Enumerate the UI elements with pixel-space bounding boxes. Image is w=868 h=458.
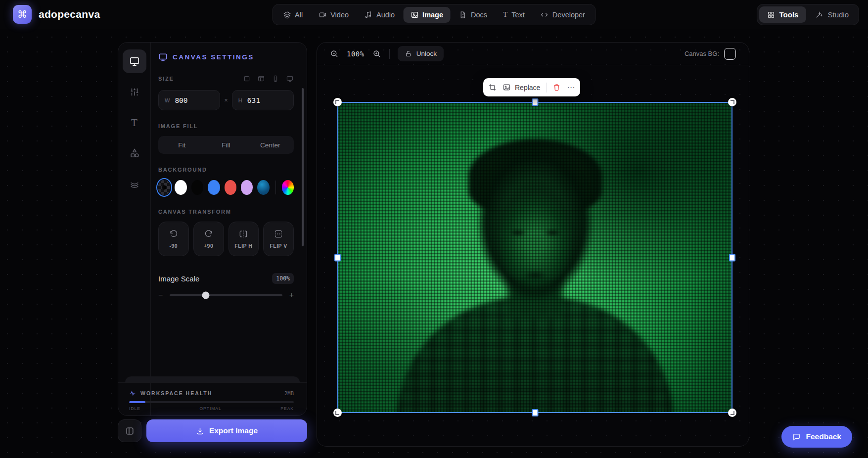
collapsed-section-edge <box>125 376 300 382</box>
swatch-transparent[interactable] <box>158 180 170 195</box>
code-icon <box>541 11 548 19</box>
zoom-in-button[interactable] <box>372 49 381 58</box>
image-fill-segment: Fit Fill Center <box>158 136 294 154</box>
zoom-in-icon <box>372 49 381 58</box>
activity-pulse-icon <box>129 390 136 397</box>
more-options-button[interactable]: ⋯ <box>567 83 575 92</box>
rail-canvas-tab[interactable] <box>123 49 146 73</box>
resize-handle-left[interactable] <box>334 254 341 261</box>
color-picker-swatch[interactable] <box>282 180 294 195</box>
nav-item-all[interactable]: All <box>275 7 310 23</box>
fill-option-center[interactable]: Center <box>248 138 292 152</box>
video-icon <box>319 11 326 19</box>
resize-handle-top-left[interactable] <box>333 98 342 106</box>
scale-plus-button[interactable]: + <box>289 291 294 300</box>
collapse-panel-button[interactable] <box>118 419 141 442</box>
text-tool-icon: T <box>131 117 137 129</box>
tools-toggle[interactable]: Tools <box>759 6 807 23</box>
rotate-cw-icon <box>204 229 214 239</box>
monitor-icon <box>158 52 168 62</box>
width-field[interactable]: W <box>158 90 220 110</box>
main-nav: All Video Audio Image Docs T Text Develo… <box>272 4 596 25</box>
zoom-out-button[interactable] <box>330 49 339 58</box>
image-fill-label: IMAGE FILL <box>158 123 294 129</box>
background-label: BACKGROUND <box>158 167 294 173</box>
canvas-bg-swatch[interactable] <box>724 48 736 60</box>
rail-adjustments-tab[interactable] <box>123 80 146 104</box>
brand[interactable]: ⌘ adopecanva <box>13 5 100 24</box>
resize-handle-top-right[interactable] <box>728 98 736 106</box>
preset-browser-icon[interactable] <box>257 75 265 83</box>
canvas-bg-label: Canvas BG: <box>685 50 719 57</box>
resize-handle-top[interactable] <box>532 98 538 106</box>
portrait-image <box>338 102 732 412</box>
preset-square-icon[interactable] <box>243 75 251 83</box>
wand-icon <box>815 11 823 19</box>
fill-option-fit[interactable]: Fit <box>160 138 204 152</box>
download-icon <box>196 427 204 435</box>
selected-image[interactable] <box>338 102 732 412</box>
flip-horizontal-button[interactable]: FLIP H <box>228 222 259 256</box>
replace-button[interactable]: Replace <box>503 83 540 92</box>
resize-handle-bottom-right[interactable] <box>728 409 736 417</box>
nav-item-developer[interactable]: Developer <box>533 7 593 23</box>
nav-item-image[interactable]: Image <box>403 7 451 23</box>
brand-name: adopecanva <box>39 8 100 20</box>
mode-switch: Tools Studio <box>757 4 859 25</box>
size-label: SIZE <box>158 76 174 82</box>
swatch-black[interactable] <box>191 180 203 195</box>
height-input[interactable] <box>247 96 282 104</box>
nav-item-docs[interactable]: Docs <box>452 7 495 23</box>
health-bar <box>129 401 294 403</box>
slider-thumb[interactable] <box>202 292 210 299</box>
nav-item-audio[interactable]: Audio <box>357 7 402 23</box>
trash-icon <box>552 83 561 92</box>
rail-text-tab[interactable]: T <box>123 111 146 135</box>
swatch-white[interactable] <box>175 180 186 195</box>
replace-image-icon <box>503 83 511 92</box>
health-bar-fill <box>129 401 145 403</box>
scale-minus-button[interactable]: − <box>158 291 163 300</box>
unlock-icon <box>405 50 412 57</box>
unlock-button[interactable]: Unlock <box>398 46 444 61</box>
flip-horizontal-icon <box>238 229 248 239</box>
preset-monitor-icon[interactable] <box>286 75 294 83</box>
layers-icon <box>283 11 291 19</box>
crop-button[interactable] <box>488 83 497 92</box>
feedback-button[interactable]: Feedback <box>781 426 852 448</box>
panel-scrollbar[interactable] <box>302 88 304 246</box>
rotate-cw-button[interactable]: +90 <box>193 222 224 256</box>
height-field[interactable]: H <box>232 90 294 110</box>
image-scale-label: Image Scale <box>158 275 199 283</box>
nav-item-text[interactable]: T Text <box>496 6 532 23</box>
shapes-icon <box>129 148 140 159</box>
export-image-button[interactable]: Export Image <box>146 419 307 442</box>
flip-vertical-button[interactable]: FLIP V <box>263 222 294 256</box>
resize-handle-bottom-left[interactable] <box>333 409 342 417</box>
swatch-red[interactable] <box>225 180 236 195</box>
preset-phone-icon[interactable] <box>272 75 279 83</box>
health-size: 2MB <box>284 390 294 396</box>
rail-shapes-tab[interactable] <box>123 141 146 165</box>
image-scale-value: 100% <box>272 273 294 284</box>
text-icon: T <box>503 10 507 19</box>
panel-header: CANVAS SETTINGS <box>158 52 294 62</box>
chat-bubble-icon <box>792 433 801 441</box>
studio-toggle[interactable]: Studio <box>807 6 857 23</box>
width-input[interactable] <box>175 96 209 104</box>
delete-button[interactable] <box>552 83 561 92</box>
rail-layers-tab[interactable] <box>123 172 146 196</box>
swatch-teal-gradient[interactable] <box>257 180 269 195</box>
layers-stack-icon <box>129 179 140 189</box>
rotate-ccw-button[interactable]: -90 <box>158 222 189 256</box>
swatch-blue[interactable] <box>208 180 220 195</box>
resize-handle-right[interactable] <box>729 254 735 261</box>
image-scale-slider[interactable] <box>170 294 282 296</box>
swatch-lavender[interactable] <box>241 180 253 195</box>
resize-handle-bottom[interactable] <box>532 409 538 416</box>
canvas-toolbar: 100% Unlock Canvas BG: <box>317 43 749 65</box>
nav-item-video[interactable]: Video <box>311 7 356 23</box>
fill-option-fill[interactable]: Fill <box>204 138 248 152</box>
grid-icon <box>767 11 775 19</box>
image-icon <box>411 11 418 19</box>
